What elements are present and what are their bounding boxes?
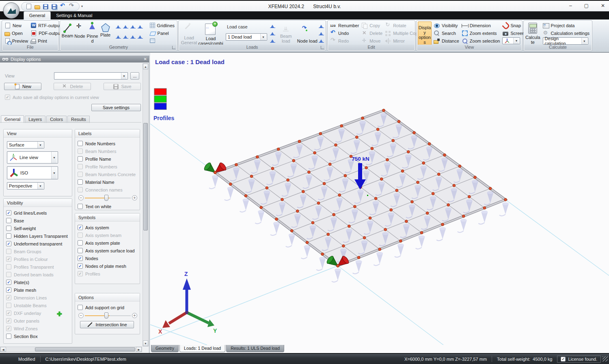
mesh-node[interactable] (260, 206, 263, 209)
mesh-node[interactable] (250, 175, 253, 178)
iso-dropdown[interactable]: ISO▼ (7, 166, 58, 179)
plate-button[interactable]: Plate (99, 22, 112, 45)
beam-load-moment-icon[interactable] (270, 37, 276, 43)
tab-loads-1-dead-load[interactable]: Loads: 1 Dead load (179, 345, 225, 352)
surface-dropdown[interactable]: Surface▼ (7, 141, 44, 149)
load-print-icon[interactable] (318, 30, 324, 36)
mesh-node[interactable] (357, 256, 360, 259)
pdf-output-button[interactable]: PDF-output (29, 29, 63, 37)
checkbox-box[interactable] (78, 240, 83, 246)
maximize-button[interactable]: ▢ (584, 3, 589, 9)
slider-minus-icon[interactable]: − (78, 313, 84, 318)
panel-button[interactable]: Panel (148, 29, 176, 37)
viewport-3d-scene[interactable]: Load case : 1 Dead load Profiles 750 kN … (150, 53, 609, 345)
checkbox-node-numbers[interactable]: Node Numbers (78, 140, 138, 147)
mesh-node[interactable] (458, 165, 461, 168)
dimension-button[interactable]: Dimension (460, 22, 501, 29)
slider-minus-icon[interactable]: − (78, 195, 84, 200)
search-button[interactable]: Search (432, 29, 460, 37)
panel-horizontal-scrollbar[interactable]: ◀ ▶ (0, 347, 142, 352)
node-load-button[interactable]: Node load (296, 22, 318, 43)
load-table-icon[interactable] (318, 37, 324, 43)
mesh-node[interactable] (420, 231, 423, 234)
save-settings-button[interactable]: Save settings (91, 104, 141, 111)
slider-thumb[interactable] (104, 195, 108, 201)
zoom-extents-button[interactable]: Zoom extents (460, 29, 501, 37)
mesh-node[interactable] (256, 155, 259, 158)
mesh-node[interactable] (287, 179, 289, 181)
renumber-button[interactable]: Renumber (329, 22, 360, 29)
checkbox-box[interactable] (6, 218, 11, 223)
mesh-node[interactable] (390, 209, 393, 211)
mesh-node[interactable] (335, 144, 337, 146)
mesh-node[interactable] (271, 167, 274, 170)
open-button[interactable]: Open (3, 29, 29, 37)
load-scatter-icon[interactable] (318, 23, 324, 29)
checkbox-box[interactable] (6, 226, 11, 231)
scrollbar-thumb[interactable] (35, 347, 135, 351)
tab-geometry[interactable]: Geometry (151, 345, 179, 352)
slider-thumb[interactable] (104, 312, 108, 319)
gridlines-button[interactable]: Gridlines (148, 22, 176, 29)
mesh-node[interactable] (397, 120, 400, 123)
mesh-node[interactable] (371, 147, 374, 150)
mesh-node[interactable] (369, 217, 371, 220)
support-rotation-icon[interactable] (130, 23, 136, 29)
mesh-node[interactable] (354, 205, 356, 208)
checkbox-plate-mesh[interactable]: ✓Plate mesh (6, 286, 70, 294)
scroll-right-icon[interactable]: ▶ (136, 347, 142, 352)
minimize-button[interactable]: – (569, 3, 572, 9)
calculation-type-dropdown[interactable]: Design calculation ▼ (543, 37, 588, 45)
mesh-node[interactable] (342, 245, 345, 248)
mesh-node[interactable] (313, 151, 316, 154)
mesh-node[interactable] (453, 184, 456, 187)
checkbox-axis-system-plate[interactable]: Axis system plate (78, 239, 138, 247)
checkbox-box[interactable] (78, 179, 83, 185)
mesh-node[interactable] (384, 228, 387, 231)
mesh-node[interactable] (468, 195, 471, 198)
checkbox-box[interactable]: ✓ (6, 280, 11, 285)
mesh-node[interactable] (382, 109, 385, 112)
visibility-button[interactable]: Visibility (432, 22, 460, 29)
calculate-button[interactable]: Calculate (525, 22, 541, 45)
checkbox-box[interactable]: ✓ (78, 263, 83, 269)
mesh-node[interactable] (483, 207, 486, 209)
pinned-button[interactable]: Pinned (86, 22, 99, 45)
mesh-node[interactable] (405, 220, 408, 223)
mesh-node[interactable] (308, 171, 311, 174)
mesh-node[interactable] (290, 229, 293, 232)
mesh-node[interactable] (317, 202, 320, 205)
mesh-node[interactable] (340, 125, 343, 127)
mesh-node[interactable] (376, 128, 379, 131)
mesh-node[interactable] (292, 159, 295, 162)
mesh-node[interactable] (374, 197, 377, 200)
intersection-line-button[interactable]: Intersection line (80, 321, 134, 328)
mesh-node[interactable] (266, 187, 268, 190)
checkbox-material-name[interactable]: Material Name (78, 178, 138, 186)
checkbox-hidden-layers-transparent[interactable]: Hidden Layers Transparent (6, 232, 70, 240)
view-axis-dropdown[interactable]: ▼ (502, 37, 520, 44)
mesh-node[interactable] (365, 166, 368, 169)
checkbox-axis-system[interactable]: ✓Axis system (78, 224, 138, 231)
checkbox-box[interactable]: ✓ (6, 241, 11, 246)
mesh-node[interactable] (333, 213, 335, 216)
tab-results-1-uls-dead-load[interactable]: Results: 1 ULS Dead load (226, 345, 284, 352)
print-button[interactable]: Print (29, 37, 63, 45)
scroll-down-icon[interactable]: ▼ (143, 340, 148, 346)
add-plus-icon[interactable]: ✚ (57, 310, 62, 318)
mesh-node[interactable] (244, 194, 247, 197)
display-options-button[interactable]: Display options (418, 22, 432, 45)
mesh-node[interactable] (413, 131, 416, 134)
mesh-node[interactable] (504, 198, 507, 201)
support-vertical-icon[interactable] (137, 33, 143, 39)
checkbox-box[interactable] (78, 204, 83, 209)
mesh-node[interactable] (306, 241, 309, 244)
close-icon[interactable]: ✕ (144, 57, 147, 61)
mesh-node[interactable] (327, 233, 330, 236)
rtf-output-button[interactable]: RTF-output (29, 22, 63, 29)
mesh-node[interactable] (363, 236, 366, 239)
checkbox-box[interactable] (78, 248, 83, 253)
checkbox-box[interactable] (6, 334, 11, 339)
checkbox-profile-name[interactable]: Profile Name (78, 155, 138, 163)
support-roller-icon[interactable] (130, 33, 136, 39)
